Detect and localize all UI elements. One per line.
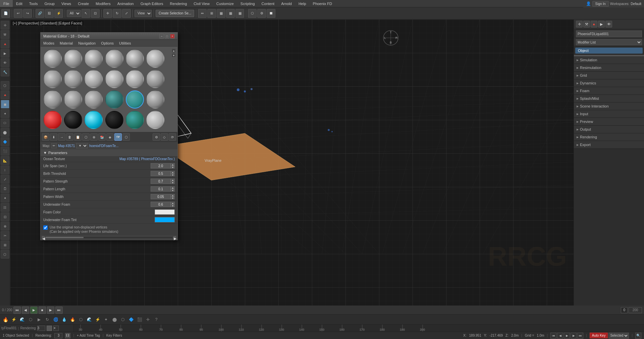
mat-sphere-3[interactable] — [85, 50, 103, 68]
menu-help[interactable]: Help — [295, 0, 310, 7]
rp-modify-btn[interactable]: ⚒ — [583, 21, 590, 27]
anim-icon-15[interactable]: ⬡ — [119, 316, 127, 324]
section-foam-title[interactable]: ▶ Foam — [574, 87, 644, 94]
section-scene-interaction-title[interactable]: ▶ Scene Interaction — [574, 103, 644, 110]
param-pattern-width-input[interactable] — [151, 194, 171, 199]
section-dynamics-title[interactable]: ▶ Dynamics — [574, 79, 644, 87]
left-tool-utilities[interactable]: 🔧 — [1, 68, 9, 76]
anim-icon-10[interactable]: ⬡ — [77, 316, 85, 324]
mat-tool-put-lib[interactable]: 📚 — [98, 133, 106, 141]
param-birth-down[interactable]: ▼ — [171, 174, 175, 176]
param-underwater-foam-down[interactable]: ▼ — [171, 204, 175, 207]
filter-dropdown[interactable]: All — [67, 10, 81, 17]
tl-play[interactable]: ▶ — [30, 307, 38, 314]
left-tool-15[interactable]: ☷ — [1, 203, 9, 212]
mat-sphere-7[interactable] — [44, 70, 62, 88]
sphere-scroll-up[interactable]: ▲ — [172, 49, 176, 53]
anim-icon-8[interactable]: 💧 — [60, 316, 68, 324]
status-play-btn[interactable]: ▶ — [564, 333, 570, 339]
toolbar-undo[interactable]: ↩ — [14, 9, 22, 18]
mat-menu-material[interactable]: Material — [57, 40, 75, 46]
menu-content[interactable]: Content — [258, 0, 278, 7]
mat-close-btn[interactable]: × — [170, 34, 175, 39]
mat-sphere-11[interactable] — [126, 70, 144, 88]
mat-map-dropdown[interactable]: ▼ — [76, 143, 88, 148]
render-preview-btn[interactable] — [47, 326, 52, 331]
anim-icon-11[interactable]: 🌊 — [85, 316, 93, 324]
left-tool-motion[interactable]: ▶ — [1, 49, 9, 58]
mat-tool-reset-map[interactable]: 🗑 — [66, 133, 73, 141]
mat-tool-show-map[interactable]: 🗺 — [114, 133, 122, 141]
section-splash-title[interactable]: ▶ Splash/Mist — [574, 95, 644, 102]
menu-edit[interactable]: Edit — [13, 0, 26, 7]
create-selection-button[interactable]: Create Selection Se... — [156, 10, 194, 17]
left-tool-display[interactable]: 👁 — [1, 58, 9, 67]
object-stack-item[interactable]: Object — [575, 48, 643, 54]
toolbar-mirror[interactable]: ⇔ — [198, 9, 207, 18]
mat-sphere-teal[interactable] — [126, 111, 144, 129]
tl-go-end[interactable]: ⏭ — [55, 307, 63, 314]
mat-sphere-6[interactable] — [146, 50, 164, 68]
left-tool-2[interactable]: ⬡ — [1, 81, 9, 90]
mat-menu-modes[interactable]: Modes — [41, 40, 57, 46]
mat-sphere-8[interactable] — [64, 70, 82, 88]
section-export-title[interactable]: ▶ Export — [574, 141, 644, 148]
mat-scroll-track[interactable] — [45, 236, 173, 239]
toolbar-material[interactable]: ⬡ — [248, 9, 257, 18]
mat-sphere-16[interactable] — [105, 90, 123, 109]
left-tool-19[interactable]: ⊞ — [1, 241, 9, 249]
anim-icon-18[interactable]: ✛ — [144, 316, 152, 324]
anim-icon-7[interactable]: 🌀 — [52, 316, 60, 324]
left-tool-3[interactable]: 🔺 — [1, 90, 9, 99]
menu-group[interactable]: Group — [41, 0, 58, 7]
param-underwater-foam-input[interactable] — [151, 202, 171, 207]
mat-tool-assign[interactable]: → — [58, 133, 65, 141]
status-search-btn[interactable]: 🔍 — [635, 333, 641, 339]
mat-scroll-thumb[interactable] — [46, 237, 84, 238]
rp-create-btn[interactable]: ✛ — [576, 21, 583, 27]
menu-file[interactable]: File — [0, 0, 13, 7]
status-next-btn[interactable]: ▶ — [571, 333, 577, 339]
toolbar-link[interactable]: 🔗 — [36, 9, 44, 18]
mat-sphere-cyan[interactable] — [85, 111, 103, 129]
toolbar-align[interactable]: ⊞ — [207, 9, 216, 18]
anim-icon-5[interactable]: ▶ — [35, 316, 43, 324]
param-pattern-length-input[interactable] — [151, 186, 171, 192]
signin-button[interactable]: Sign In — [592, 1, 609, 7]
mat-sphere-red[interactable] — [44, 111, 62, 129]
toolbar-move[interactable]: ✛ — [103, 9, 112, 18]
menu-rendering[interactable]: Rendering — [167, 0, 191, 7]
toolbar-region-select[interactable]: ⊡ — [91, 9, 100, 18]
param-pattern-width-down[interactable]: ▼ — [171, 197, 175, 199]
mat-sphere-1[interactable] — [44, 50, 62, 68]
mat-tool-options[interactable]: ⚙ — [153, 133, 160, 141]
section-grid-title[interactable]: ▶ Grid — [574, 72, 644, 79]
toolbar-scale[interactable]: ⤢ — [122, 9, 131, 18]
section-rendering-title[interactable]: ▶ Rendering — [574, 133, 644, 141]
mat-menu-navigation[interactable]: Navigation — [75, 40, 98, 46]
menu-customize[interactable]: Customize — [213, 0, 237, 7]
anim-icon-4[interactable]: ⬡ — [26, 316, 35, 324]
param-pattern-length-down[interactable]: ▼ — [171, 189, 175, 192]
rp-display-btn[interactable]: 👁 — [605, 21, 612, 27]
menu-animation[interactable]: Animation — [114, 0, 137, 7]
mat-scroll-right[interactable]: ▶ — [173, 236, 176, 239]
toolbar-unlink[interactable]: ⛓ — [45, 9, 54, 18]
left-tool-hierarchy[interactable]: 🔺 — [1, 40, 9, 48]
left-tool-16[interactable]: ⊡ — [1, 212, 9, 221]
menu-views[interactable]: Views — [58, 0, 74, 7]
anim-icon-12[interactable]: ⚡ — [94, 316, 102, 324]
section-input-title[interactable]: ▶ Input — [574, 110, 644, 118]
status-autokey-btn[interactable]: Auto Key — [590, 333, 608, 338]
toolbar-render-setup[interactable]: ⚙ — [257, 9, 266, 18]
toolbar-bind[interactable]: ⚡ — [54, 9, 63, 18]
toolbar-redo[interactable]: ↪ — [23, 9, 32, 18]
mat-minimize-btn[interactable]: − — [159, 34, 164, 39]
tl-stop[interactable]: ■ — [39, 307, 46, 314]
mat-tool-unique[interactable]: ⊕ — [90, 133, 98, 141]
mat-sphere-18[interactable] — [146, 90, 164, 109]
left-tool-4[interactable]: ◼ — [1, 100, 9, 109]
mat-params-header[interactable]: ▼ Parameters — [41, 149, 177, 156]
object-name-input[interactable]: PhoenixFDLiquid001 — [576, 30, 642, 37]
left-tool-11[interactable]: ↕ — [1, 165, 9, 174]
